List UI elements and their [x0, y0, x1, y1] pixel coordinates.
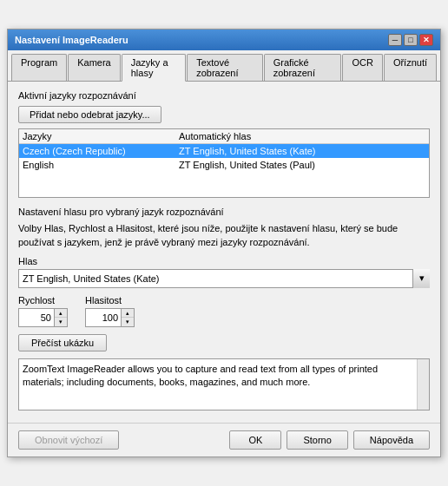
voice-cell-english: ZT English, United States (Paul): [179, 160, 425, 170]
language-row-1[interactable]: English ZT English, United States (Paul): [19, 158, 429, 172]
hlasitost-group: Hlasitost ▴ ▾: [85, 295, 135, 327]
rychlost-down-button[interactable]: ▾: [55, 318, 67, 326]
hlas-label: Hlas: [18, 256, 430, 266]
rychlost-up-button[interactable]: ▴: [55, 309, 67, 318]
tab-content: Aktivní jazyky rozpoznávání Přidat nebo …: [8, 82, 440, 419]
active-lang-label: Aktivní jazyky rozpoznávání: [18, 90, 430, 101]
cancel-button[interactable]: Storno: [287, 430, 347, 450]
close-button[interactable]: ✕: [419, 34, 433, 46]
window-controls: ─ □ ✕: [388, 34, 433, 46]
voice-section-title: Nastavení hlasu pro vybraný jazyk rozpoz…: [18, 207, 430, 217]
minimize-button[interactable]: ─: [388, 34, 402, 46]
hlas-select-wrapper: ZT English, United States (Kate) ▾: [18, 269, 430, 288]
reset-button[interactable]: Obnovit výchozí: [18, 430, 119, 450]
hlasitost-buttons: ▴ ▾: [121, 309, 134, 326]
rychlost-input[interactable]: [19, 309, 54, 326]
footer: Obnovit výchozí OK Storno Nápověda: [8, 423, 440, 456]
preview-scrollbar[interactable]: [417, 359, 429, 410]
tab-ocr[interactable]: OCR: [342, 54, 382, 81]
preview-area: ZoomText ImageReader allows you to captu…: [18, 358, 430, 410]
rychlost-buttons: ▴ ▾: [54, 309, 67, 326]
hlasitost-up-button[interactable]: ▴: [122, 309, 134, 318]
tab-kamera[interactable]: Kamera: [68, 54, 121, 81]
help-button[interactable]: Nápověda: [353, 430, 430, 450]
ok-button[interactable]: OK: [229, 430, 281, 450]
table-header-row: Jazyky Automatický hlas: [19, 129, 429, 144]
language-row-0[interactable]: Czech (Czech Republic) ZT English, Unite…: [19, 144, 429, 158]
footer-right: OK Storno Nápověda: [229, 430, 430, 450]
tab-textove[interactable]: Textové zobrazení: [187, 54, 263, 81]
lang-cell-czech: Czech (Czech Republic): [23, 146, 179, 156]
window-title: Nastavení ImageReaderu: [15, 35, 128, 45]
header-language: Jazyky: [23, 131, 179, 141]
tab-bar: Program Kamera Jazyky a hlasy Textové zo…: [8, 50, 440, 82]
tab-program[interactable]: Program: [11, 54, 67, 81]
hlasitost-spinner: ▴ ▾: [85, 308, 135, 327]
tab-oriznutí[interactable]: Oříznutí: [384, 54, 437, 81]
hlasitost-input[interactable]: [86, 309, 121, 326]
languages-table: Jazyky Automatický hlas Czech (Czech Rep…: [18, 128, 430, 198]
voice-description: Volby Hlas, Rychlost a Hlasitost, které …: [18, 222, 430, 249]
spinners-row: Rychlost ▴ ▾ Hlasitost ▴ ▾: [18, 295, 430, 327]
preview-text: ZoomText ImageReader allows you to captu…: [23, 363, 425, 390]
tab-graficke[interactable]: Grafické zobrazení: [264, 54, 342, 81]
hlas-dropdown[interactable]: ZT English, United States (Kate): [18, 269, 430, 288]
precist-button[interactable]: Přečíst ukázku: [18, 334, 107, 351]
hlasitost-down-button[interactable]: ▾: [122, 318, 134, 326]
title-bar: Nastavení ImageReaderu ─ □ ✕: [8, 30, 440, 50]
add-remove-languages-button[interactable]: Přidat nebo odebrat jazyky...: [18, 106, 161, 123]
maximize-button[interactable]: □: [404, 34, 418, 46]
voice-cell-czech: ZT English, United States (Kate): [179, 146, 425, 156]
lang-cell-english: English: [23, 160, 179, 170]
rychlost-spinner: ▴ ▾: [18, 308, 68, 327]
rychlost-label: Rychlost: [18, 295, 68, 305]
header-voice: Automatický hlas: [179, 131, 425, 141]
main-window: Nastavení ImageReaderu ─ □ ✕ Program Kam…: [7, 29, 441, 457]
tab-jazyky[interactable]: Jazyky a hlasy: [122, 54, 186, 82]
hlasitost-label: Hlasitost: [85, 295, 135, 305]
rychlost-group: Rychlost ▴ ▾: [18, 295, 68, 327]
footer-left: Obnovit výchozí: [18, 430, 119, 450]
